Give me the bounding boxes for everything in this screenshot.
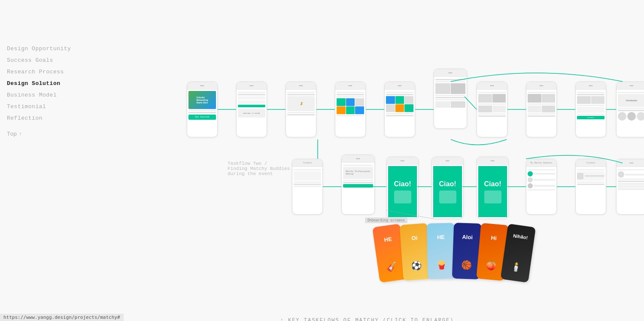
phone-ciao1-header: ●●● bbox=[387, 157, 418, 165]
phone-intro[interactable]: ●●● Introduction bbox=[616, 82, 644, 137]
phone-my-matchy-screen bbox=[526, 167, 556, 214]
sidebar-item-design-opportunity[interactable]: Design Opportunity bbox=[7, 43, 83, 55]
phone-welcome2[interactable]: ●●● Welcome to Kindy bbox=[236, 82, 267, 137]
phone-ciao1-screen: Ciao! bbox=[387, 165, 418, 218]
phone-status-bar10: ●●● bbox=[617, 82, 644, 90]
phone-status-bar: ●●● bbox=[187, 82, 217, 90]
phone-ciao2-screen: Ciao! bbox=[432, 165, 463, 218]
phone-status-bar9: ●●● bbox=[576, 82, 606, 90]
phone-recommendations4[interactable]: ●●● Connect bbox=[575, 82, 606, 137]
phone-recommendations3[interactable]: ●●● bbox=[526, 82, 557, 137]
sidebar-item-success-goals[interactable]: Success Goals bbox=[7, 55, 83, 66]
phone-tickets2-screen bbox=[576, 167, 606, 214]
phone-recommendations[interactable]: ●●● bbox=[434, 69, 467, 129]
phone-tickets-screen bbox=[292, 167, 322, 214]
phone-screen: ColorfulNetworkingStarts Here Get Starte… bbox=[187, 90, 217, 137]
sidebar-item-research-process[interactable]: Research Process bbox=[7, 66, 83, 78]
phone-screen7 bbox=[477, 90, 507, 137]
phone-ciao3[interactable]: ●●● Ciao! bbox=[477, 157, 509, 219]
phone-screen2: Welcome to Kindy bbox=[237, 90, 267, 137]
diagram-caption: ↑ KEY TASKFLOWS OF MATCHY (CLICK TO ENLA… bbox=[107, 318, 627, 321]
top-link[interactable]: Top ↑ bbox=[7, 131, 83, 137]
main-content: Taskflow Two / Finding Matchy Buddies du… bbox=[90, 0, 644, 321]
phone-screen3: 🧘 bbox=[286, 90, 316, 137]
phone-ciao2-header: ●●● bbox=[432, 157, 463, 165]
phone-status-bar4: ●●● bbox=[335, 82, 365, 90]
phone-screen9: Connect bbox=[576, 90, 606, 137]
phone-stack[interactable]: HE 🎸 Oi ⚽ HE 🍟 Aloi 🏀 Hi 🍑 bbox=[376, 223, 532, 279]
phone-welcome[interactable]: ●●● ColorfulNetworkingStarts Here Get St… bbox=[187, 82, 218, 137]
phone-screen5 bbox=[385, 90, 415, 137]
phone-tickets-header: Tickets bbox=[292, 159, 322, 167]
phone-my-matchy[interactable]: My Matchy Buddies bbox=[526, 159, 557, 215]
stack-label: Onboarding screens bbox=[365, 218, 407, 223]
sidebar-item-design-solution[interactable]: Design Solution bbox=[7, 78, 83, 89]
phone-screen10: Introduction bbox=[617, 90, 644, 137]
sidebar: Design Opportunity Success Goals Researc… bbox=[0, 0, 90, 321]
phone-matchy-header: ●●● bbox=[342, 155, 374, 163]
phone-profile-header: ●●● bbox=[617, 159, 644, 167]
phone-profile-settings[interactable]: ●●● bbox=[616, 159, 644, 215]
phone-screen4 bbox=[335, 90, 365, 137]
stack-phone-lightblue[interactable]: HE 🍟 bbox=[427, 223, 456, 279]
phone-ciao3-header: ●●● bbox=[477, 157, 508, 165]
sidebar-item-testimonial[interactable]: Testimonial bbox=[7, 101, 83, 112]
phone-screen8 bbox=[526, 90, 556, 137]
phone-ciao1[interactable]: ●●● Ciao! bbox=[386, 157, 419, 219]
phone-status-bar2: ●●● bbox=[237, 82, 267, 90]
phone-status-bar3: ●●● bbox=[286, 82, 316, 90]
phone-welcome3[interactable]: ●●● 🧘 bbox=[286, 82, 316, 137]
top-arrow: ↑ bbox=[18, 131, 22, 137]
phone-tickets2[interactable]: Tickets bbox=[575, 159, 606, 215]
phone-recommendations2[interactable]: ●●● bbox=[477, 82, 507, 137]
phone-matchy-profile[interactable]: ●●● Matchy ProfessionalMeetup bbox=[341, 154, 375, 215]
phone-welcome5[interactable]: ●●● bbox=[384, 82, 415, 137]
phone-my-matchy-header: My Matchy Buddies bbox=[526, 159, 556, 167]
phone-status-bar7: ●●● bbox=[477, 82, 507, 90]
phone-ciao2[interactable]: ●●● Ciao! bbox=[431, 157, 464, 219]
sidebar-item-business-model[interactable]: Business Model bbox=[7, 89, 83, 101]
diagram-area: Taskflow Two / Finding Matchy Buddies du… bbox=[107, 26, 644, 305]
phone-status-bar6: ●●● bbox=[434, 69, 467, 77]
phone-tickets[interactable]: Tickets bbox=[292, 159, 323, 215]
phone-status-bar8: ●●● bbox=[526, 82, 556, 90]
phone-tickets2-header: Tickets bbox=[576, 159, 606, 167]
phone-ciao3-screen: Ciao! bbox=[477, 165, 508, 218]
phone-screen6 bbox=[434, 77, 467, 128]
phone-welcome4[interactable]: ●●● bbox=[335, 82, 366, 137]
top-label: Top bbox=[7, 131, 17, 137]
sidebar-item-reflection[interactable]: Reflection bbox=[7, 112, 83, 124]
taskflow-label: Taskflow Two / Finding Matchy Buddies du… bbox=[228, 161, 290, 176]
phone-matchy-screen: Matchy ProfessionalMeetup bbox=[342, 163, 374, 214]
phone-profile-screen bbox=[617, 167, 644, 214]
phone-status-bar5: ●●● bbox=[385, 82, 415, 90]
